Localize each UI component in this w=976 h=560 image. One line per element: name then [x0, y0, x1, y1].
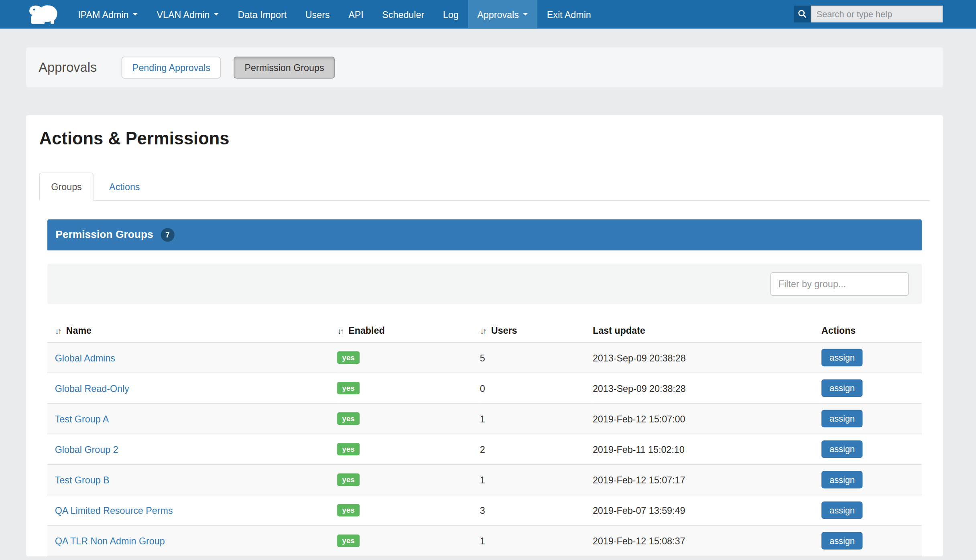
group-count-badge: 7 [161, 228, 174, 241]
assign-button[interactable]: assign [821, 440, 863, 458]
navbar-item-label: Log [443, 9, 459, 20]
group-name-link[interactable]: QA TLR Non Admin Group [55, 536, 165, 546]
approvals-toolbar: Approvals Pending Approvals Permission G… [26, 47, 943, 87]
group-name-link[interactable]: Global Group 2 [55, 444, 118, 454]
assign-button[interactable]: assign [821, 349, 863, 366]
users-count: 5 [480, 342, 593, 373]
filter-strip [47, 264, 922, 304]
navbar-item-label: Users [305, 9, 330, 20]
group-name-link[interactable]: Test Group A [55, 413, 109, 424]
navbar-item-label: Approvals [477, 9, 519, 20]
navbar-menu: IPAM Admin VLAN Admin Data Import Users … [69, 0, 600, 28]
navbar-item-label: API [348, 9, 364, 20]
table-row: QA TLR Non Admin Group yes 1 2019-Feb-12… [47, 526, 922, 556]
col-header-actions: Actions [821, 325, 856, 336]
last-update: 2019-Feb-11 15:02:10 [593, 434, 821, 465]
last-update: 2019-Feb-12 15:07:17 [593, 465, 821, 495]
group-name-link[interactable]: QA Limited Resource Perms [55, 505, 173, 515]
enabled-badge: yes [337, 412, 360, 425]
tab-bar: Groups Actions [39, 172, 930, 201]
group-name-link[interactable]: Global Admins [55, 352, 115, 363]
enabled-badge: yes [337, 382, 360, 394]
group-name-link[interactable]: Test Group B [55, 475, 110, 485]
navbar-item-label: Exit Admin [547, 9, 591, 20]
navbar-item-label: Data Import [238, 9, 287, 20]
caret-down-icon [133, 13, 138, 16]
enabled-badge: yes [337, 443, 360, 455]
permission-groups-panel: Permission Groups 7 ↓↑Name ↓↑Enabled ↓↑U… [47, 219, 922, 556]
groups-table: ↓↑Name ↓↑Enabled ↓↑Users Last update Act… [47, 320, 922, 556]
table-row: Test Group A yes 1 2019-Feb-12 15:07:00 … [47, 404, 922, 434]
enabled-badge: yes [337, 534, 360, 547]
navbar-item-ipam-admin[interactable]: IPAM Admin [69, 0, 147, 28]
permission-groups-button[interactable]: Permission Groups [234, 57, 335, 78]
sort-users-icon[interactable]: ↓↑ [480, 327, 486, 336]
users-count: 1 [480, 465, 593, 495]
caret-down-icon [523, 13, 528, 16]
table-row: Global Admins yes 5 2013-Sep-09 20:38:28… [47, 342, 922, 373]
users-count: 3 [480, 495, 593, 526]
table-row: Test Group B yes 1 2019-Feb-12 15:07:17 … [47, 465, 922, 495]
caret-down-icon [214, 13, 219, 16]
last-update: 2019-Feb-12 15:08:37 [593, 526, 821, 556]
assign-button[interactable]: assign [821, 379, 863, 397]
sort-name-icon[interactable]: ↓↑ [55, 327, 61, 336]
assign-button[interactable]: assign [821, 410, 863, 427]
assign-button[interactable]: assign [821, 532, 863, 549]
col-header-name: Name [66, 325, 92, 336]
col-header-users: Users [491, 325, 517, 336]
navbar-item-label: Scheduler [382, 9, 424, 20]
group-name-link[interactable]: Global Read-Only [55, 383, 129, 393]
top-navbar: IPAM Admin VLAN Admin Data Import Users … [0, 0, 976, 28]
enabled-badge: yes [337, 504, 360, 516]
last-update: 2019-Feb-07 13:59:49 [593, 495, 821, 526]
groups-table-body: Global Admins yes 5 2013-Sep-09 20:38:28… [47, 342, 922, 556]
users-count: 1 [480, 526, 593, 556]
navbar-item-label: VLAN Admin [157, 9, 209, 20]
table-row: Global Group 2 yes 2 2019-Feb-11 15:02:1… [47, 434, 922, 465]
last-update: 2019-Feb-12 15:07:00 [593, 404, 821, 434]
table-header-row: ↓↑Name ↓↑Enabled ↓↑Users Last update Act… [47, 320, 922, 342]
assign-button[interactable]: assign [821, 471, 863, 488]
tab-actions[interactable]: Actions [94, 172, 155, 201]
table-row: Global Read-Only yes 0 2013-Sep-09 20:38… [47, 373, 922, 403]
table-row: QA Limited Resource Perms yes 3 2019-Feb… [47, 495, 922, 526]
toolbar-title: Approvals [39, 60, 97, 75]
page: IPAM Admin VLAN Admin Data Import Users … [0, 0, 976, 560]
panel-title: Permission Groups [55, 229, 153, 241]
navbar-search [794, 6, 943, 22]
sort-enabled-icon[interactable]: ↓↑ [337, 327, 343, 336]
navbar-item-users[interactable]: Users [296, 0, 339, 28]
last-update: 2013-Sep-09 20:38:28 [593, 373, 821, 403]
users-count: 1 [480, 404, 593, 434]
users-count: 0 [480, 373, 593, 403]
navbar-item-vlan-admin[interactable]: VLAN Admin [147, 0, 228, 28]
panel-heading: Permission Groups 7 [47, 219, 922, 251]
navbar-item-api[interactable]: API [339, 0, 373, 28]
actions-permissions-card: Actions & Permissions Groups Actions Per… [26, 115, 943, 556]
search-icon[interactable] [794, 6, 811, 22]
enabled-badge: yes [337, 351, 360, 364]
page-title: Actions & Permissions [39, 129, 930, 149]
navbar-item-scheduler[interactable]: Scheduler [373, 0, 433, 28]
phpipam-elephant-logo-icon[interactable] [27, 0, 60, 28]
tab-groups[interactable]: Groups [39, 172, 94, 201]
navbar-item-approvals[interactable]: Approvals [468, 0, 537, 28]
navbar-item-data-import[interactable]: Data Import [228, 0, 296, 28]
assign-button[interactable]: assign [821, 501, 863, 519]
filter-by-group-input[interactable] [771, 272, 909, 296]
last-update: 2013-Sep-09 20:38:28 [593, 342, 821, 373]
users-count: 2 [480, 434, 593, 465]
pending-approvals-button[interactable]: Pending Approvals [122, 57, 221, 78]
col-header-enabled: Enabled [348, 325, 385, 336]
col-header-last-update: Last update [593, 325, 645, 336]
search-input[interactable] [811, 6, 943, 22]
navbar-item-exit-admin[interactable]: Exit Admin [537, 0, 600, 28]
enabled-badge: yes [337, 473, 360, 486]
navbar-item-label: IPAM Admin [78, 9, 128, 20]
navbar-item-log[interactable]: Log [433, 0, 468, 28]
